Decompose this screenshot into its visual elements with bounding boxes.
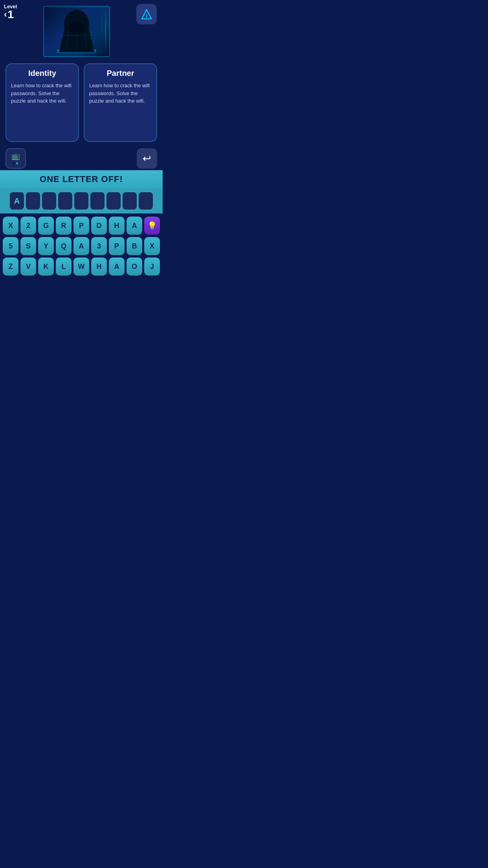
key-Y[interactable]: Y (38, 237, 54, 255)
letter-slot-3 (42, 192, 56, 210)
key-W[interactable]: W (73, 257, 89, 276)
key-R[interactable]: R (56, 217, 72, 235)
key-B[interactable]: B (127, 237, 142, 255)
undo-icon: ↩ (143, 153, 151, 165)
identity-card-text: Learn how to crack the wifi passwords. S… (11, 82, 73, 105)
partner-card-text: Learn how to crack the wifi passwords. S… (89, 82, 152, 105)
letter-slot-1: A (10, 192, 24, 210)
letter-slot-6 (90, 192, 105, 210)
letter-slot-4 (58, 192, 72, 210)
key-K[interactable]: K (38, 257, 54, 276)
tv-button[interactable]: 📺 + ◆ (6, 148, 26, 169)
key-Q[interactable]: Q (56, 237, 72, 255)
hero-image (43, 6, 110, 57)
partner-card[interactable]: Partner Learn how to crack the wifi pass… (84, 63, 157, 142)
key-X[interactable]: X (3, 217, 18, 235)
tv-plus-diamond: + ◆ (13, 161, 19, 166)
hint-text: ONE LETTER OFF! (40, 174, 123, 184)
undo-button[interactable]: ↩ (137, 148, 157, 169)
key-V[interactable]: V (20, 257, 36, 276)
tv-icon: 📺 (11, 152, 20, 160)
letter-slot-9 (139, 192, 153, 210)
identity-card[interactable]: Identity Learn how to crack the wifi pas… (6, 63, 79, 142)
header: Level ‹ 1 (0, 0, 163, 57)
key-H[interactable]: H (109, 217, 125, 235)
key-P2[interactable]: P (109, 237, 125, 255)
hint-banner: ONE LETTER OFF! (0, 170, 163, 188)
bulb-icon: 💡 (147, 221, 157, 230)
letter-slots: A (0, 188, 163, 213)
key-P[interactable]: P (73, 217, 89, 235)
letter-slot-8 (123, 192, 137, 210)
level-number: 1 (7, 9, 14, 20)
plus-label: + (13, 161, 15, 166)
key-2[interactable]: 2 (20, 217, 36, 235)
key-A3[interactable]: A (109, 257, 125, 276)
svg-text:i: i (146, 13, 147, 19)
key-D[interactable]: D (91, 217, 107, 235)
key-A2[interactable]: A (73, 237, 89, 255)
hint-key-button[interactable]: 💡 (144, 217, 160, 235)
toolbar: 📺 + ◆ ↩ (0, 147, 163, 170)
cards-area: Identity Learn how to crack the wifi pas… (0, 59, 163, 147)
identity-card-title: Identity (11, 69, 73, 78)
key-O[interactable]: O (127, 257, 142, 276)
letter-slot-2 (26, 192, 40, 210)
letter-slot-7 (106, 192, 121, 210)
key-S[interactable]: S (20, 237, 36, 255)
back-chevron-icon: ‹ (4, 10, 7, 19)
letter-slot-5 (74, 192, 88, 210)
keyboard-row-3: Z V K L W H A O J (2, 257, 160, 276)
key-H2[interactable]: H (91, 257, 107, 276)
back-button[interactable]: ‹ 1 (4, 9, 14, 20)
back-level-group: Level ‹ 1 (4, 4, 17, 20)
diamond-icon: ◆ (16, 161, 18, 165)
key-A[interactable]: A (127, 217, 142, 235)
keyboard-row-2: 5 S Y Q A 3 P B X (2, 237, 160, 255)
info-button[interactable]: i (136, 4, 157, 24)
key-L[interactable]: L (56, 257, 72, 276)
key-5[interactable]: 5 (3, 237, 18, 255)
key-G[interactable]: G (38, 217, 54, 235)
partner-card-title: Partner (89, 69, 152, 78)
key-3[interactable]: 3 (91, 237, 107, 255)
key-X2[interactable]: X (144, 237, 160, 255)
keyboard-row-1: X 2 G R P D H A 💡 (2, 217, 160, 235)
keyboard: X 2 G R P D H A 💡 5 S Y Q A 3 P B X Z V … (0, 213, 163, 279)
key-Z[interactable]: Z (3, 257, 18, 276)
key-J[interactable]: J (144, 257, 160, 276)
